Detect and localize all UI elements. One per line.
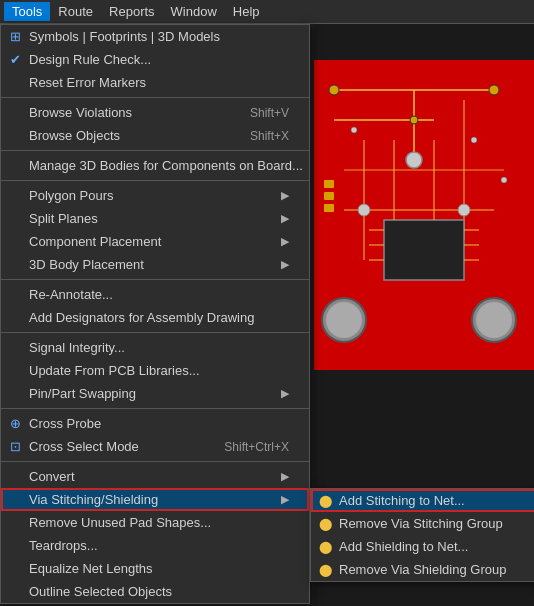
arrow-icon: ▶	[281, 258, 289, 271]
select-icon: ⊡	[7, 439, 23, 455]
arrow-icon: ▶	[281, 387, 289, 400]
menu-item-3d-body-placement[interactable]: 3D Body Placement ▶	[1, 253, 309, 276]
menu-item-update-pcb[interactable]: Update From PCB Libraries...	[1, 359, 309, 382]
drc-icon: ✔	[7, 52, 23, 68]
menu-help[interactable]: Help	[225, 2, 268, 21]
menu-reports[interactable]: Reports	[101, 2, 163, 21]
svg-point-31	[351, 127, 357, 133]
submenu-item-add-shielding[interactable]: ⬤ Add Shielding to Net...	[311, 535, 534, 558]
svg-point-11	[458, 204, 470, 216]
menu-item-pin-part-swapping[interactable]: Pin/Part Swapping ▶	[1, 382, 309, 405]
svg-rect-29	[324, 204, 334, 212]
separator-3	[1, 180, 309, 181]
menu-item-via-stitching[interactable]: Via Stitching/Shielding ▶	[1, 488, 309, 511]
svg-point-23	[476, 302, 512, 338]
submenu-item-remove-via-stitching[interactable]: ⬤ Remove Via Stitching Group	[311, 512, 534, 535]
arrow-icon: ▶	[281, 235, 289, 248]
submenu-item-add-stitching-net[interactable]: ⬤ Add Stitching to Net...	[311, 489, 534, 512]
via-icon-2: ⬤	[317, 516, 333, 532]
arrow-icon: ▶	[281, 493, 289, 506]
via-stitching-wrapper: Via Stitching/Shielding ▶ ⬤ Add Stitchin…	[1, 488, 309, 511]
svg-rect-27	[324, 180, 334, 188]
svg-point-21	[326, 302, 362, 338]
menu-item-component-placement[interactable]: Component Placement ▶	[1, 230, 309, 253]
via-icon-3: ⬤	[317, 539, 333, 555]
menu-item-cross-select[interactable]: ⊡ Cross Select Mode Shift+Ctrl+X	[1, 435, 309, 458]
via-icon-4: ⬤	[317, 562, 333, 578]
menu-item-convert[interactable]: Convert ▶	[1, 465, 309, 488]
menu-item-symbols[interactable]: ⊞ Symbols | Footprints | 3D Models	[1, 25, 309, 48]
menu-item-browse-objects[interactable]: Browse Objects Shift+X	[1, 124, 309, 147]
menu-item-re-annotate[interactable]: Re-Annotate...	[1, 283, 309, 306]
menu-route[interactable]: Route	[50, 2, 101, 21]
separator-4	[1, 279, 309, 280]
menu-bar: Tools Route Reports Window Help	[0, 0, 534, 24]
menu-item-reset-errors[interactable]: Reset Error Markers	[1, 71, 309, 94]
svg-point-12	[406, 152, 422, 168]
submenu-item-remove-shielding[interactable]: ⬤ Remove Via Shielding Group	[311, 558, 534, 581]
svg-rect-28	[324, 192, 334, 200]
svg-point-7	[329, 85, 339, 95]
menu-item-teardrops[interactable]: Teardrops...	[1, 534, 309, 557]
menu-item-signal-integrity[interactable]: Signal Integrity...	[1, 336, 309, 359]
arrow-icon: ▶	[281, 212, 289, 225]
arrow-icon: ▶	[281, 189, 289, 202]
menu-item-polygon-pours[interactable]: Polygon Pours ▶	[1, 184, 309, 207]
pcb-circuit-svg	[314, 60, 534, 370]
via-icon-1: ⬤	[317, 493, 333, 509]
menu-item-add-designators[interactable]: Add Designators for Assembly Drawing	[1, 306, 309, 329]
pcb-board	[314, 60, 534, 370]
svg-rect-13	[384, 220, 464, 280]
svg-point-30	[471, 137, 477, 143]
menu-item-remove-unused-pads[interactable]: Remove Unused Pad Shapes...	[1, 511, 309, 534]
svg-point-10	[358, 204, 370, 216]
probe-icon: ⊕	[7, 416, 23, 432]
tools-dropdown: ⊞ Symbols | Footprints | 3D Models ✔ Des…	[0, 24, 310, 604]
menu-tools[interactable]: Tools	[4, 2, 50, 21]
separator-1	[1, 97, 309, 98]
menu-item-cross-probe[interactable]: ⊕ Cross Probe	[1, 412, 309, 435]
menu-item-browse-violations[interactable]: Browse Violations Shift+V	[1, 101, 309, 124]
svg-point-9	[410, 116, 418, 124]
menu-window[interactable]: Window	[163, 2, 225, 21]
stitching-submenu: ⬤ Add Stitching to Net... ⬤ Remove Via S…	[310, 488, 534, 582]
menu-item-drc[interactable]: ✔ Design Rule Check...	[1, 48, 309, 71]
separator-2	[1, 150, 309, 151]
menu-item-equalize-net-lengths[interactable]: Equalize Net Lengths	[1, 557, 309, 580]
menu-item-split-planes[interactable]: Split Planes ▶	[1, 207, 309, 230]
svg-point-32	[501, 177, 507, 183]
menu-item-outline-selected[interactable]: Outline Selected Objects	[1, 580, 309, 603]
separator-5	[1, 332, 309, 333]
svg-point-8	[489, 85, 499, 95]
menu-item-manage-3d[interactable]: Manage 3D Bodies for Components on Board…	[1, 154, 309, 177]
separator-7	[1, 461, 309, 462]
grid-icon: ⊞	[7, 29, 23, 45]
separator-6	[1, 408, 309, 409]
arrow-icon: ▶	[281, 470, 289, 483]
